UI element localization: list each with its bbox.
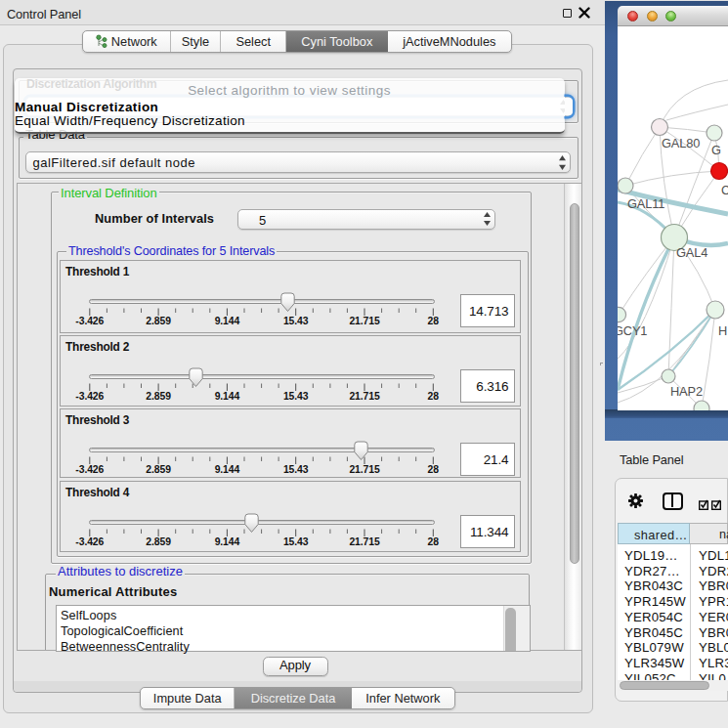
svg-text:G: G [711,143,721,157]
svg-text:C: C [721,183,728,197]
svg-text:GAL11: GAL11 [627,196,664,211]
svg-text:GAL4: GAL4 [676,245,707,260]
svg-text:GCY1: GCY1 [618,323,647,338]
svg-text:HAP2: HAP2 [670,384,703,399]
svg-text:H: H [718,323,727,338]
svg-text:GAL80: GAL80 [662,136,700,150]
